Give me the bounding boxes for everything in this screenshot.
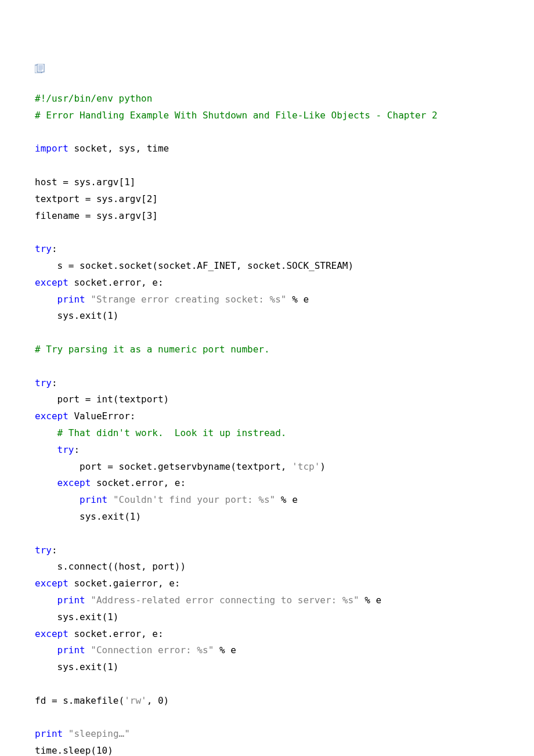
code-token <box>35 595 57 606</box>
code-token: "Connection error: %s" <box>91 645 214 656</box>
code-token: filename = sys.argv[3] <box>35 210 158 221</box>
code-token: sys.exit(1) <box>35 611 119 622</box>
code-token: ValueError: <box>68 411 136 422</box>
code-token: except <box>57 477 91 488</box>
code-token <box>107 494 113 505</box>
code-block: #!/usr/bin/env python # Error Handling E… <box>35 91 499 756</box>
code-token: s.connect((host, port)) <box>35 561 186 572</box>
code-token: sys.exit(1) <box>35 661 119 672</box>
code-token: # That didn't work. Look it up instread. <box>57 427 287 438</box>
code-token: "sleeping…" <box>68 728 130 739</box>
code-token: try <box>35 545 52 556</box>
code-token: % e <box>214 645 236 656</box>
code-token: socket.gaierror, e: <box>68 578 181 589</box>
icon-row <box>35 64 499 73</box>
code-token: : <box>74 444 80 455</box>
code-token: % e <box>275 494 298 505</box>
code-token: # Try parsing it as a numeric port numbe… <box>35 344 270 355</box>
code-token: sys.exit(1) <box>35 511 141 522</box>
code-token <box>63 728 68 739</box>
code-token: sys.exit(1) <box>35 310 119 321</box>
code-token: except <box>35 628 68 639</box>
code-token <box>85 595 91 606</box>
code-token: try <box>57 444 74 455</box>
code-token: print <box>35 728 63 739</box>
code-token: socket.error, e: <box>91 477 186 488</box>
copy-stack-icon <box>35 64 499 73</box>
code-token <box>35 477 57 488</box>
code-token: : <box>52 377 57 388</box>
code-token: #!/usr/bin/env python <box>35 93 152 104</box>
code-token <box>85 645 91 656</box>
code-token: port = int(textport) <box>35 394 169 405</box>
code-token: print <box>80 494 107 505</box>
code-token: socket.error, e: <box>68 628 164 639</box>
code-token <box>85 294 91 305</box>
code-token: textport = sys.argv[2] <box>35 193 158 204</box>
code-token: : <box>52 243 57 254</box>
code-token: print <box>57 645 85 656</box>
document-page: #!/usr/bin/env python # Error Handling E… <box>0 0 534 756</box>
code-token: fd = s.makefile( <box>35 695 124 706</box>
code-token: "Couldn't find your port: %s" <box>113 494 275 505</box>
code-token: port = socket.getservbyname(textport, <box>35 461 292 472</box>
code-token <box>35 494 80 505</box>
code-token <box>35 444 57 455</box>
code-token: 'rw' <box>124 695 147 706</box>
code-token: 'tcp' <box>292 461 320 472</box>
code-token: "Strange error creating socket: %s" <box>91 294 286 305</box>
code-token <box>35 294 57 305</box>
code-token: % e <box>287 294 309 305</box>
code-token <box>35 427 57 438</box>
code-token: # Error Handling Example With Shutdown a… <box>35 110 438 121</box>
code-token: , 0) <box>147 695 169 706</box>
code-token: except <box>35 277 68 288</box>
code-token: : <box>52 545 57 556</box>
code-token: print <box>57 595 85 606</box>
code-token: except <box>35 578 68 589</box>
code-token: socket, sys, time <box>68 143 169 154</box>
code-token: try <box>35 377 52 388</box>
code-token: host = sys.argv[1] <box>35 177 135 188</box>
code-token: print <box>57 294 85 305</box>
code-token: import <box>35 143 68 154</box>
code-token: except <box>35 411 68 422</box>
code-token: time.sleep(10) <box>35 745 113 756</box>
code-token: try <box>35 243 52 254</box>
code-token: % e <box>359 595 382 606</box>
code-token <box>35 645 57 656</box>
code-token: socket.error, e: <box>68 277 164 288</box>
code-token: ) <box>320 461 326 472</box>
code-token: "Address-related error connecting to ser… <box>91 595 359 606</box>
code-token: s = socket.socket(socket.AF_INET, socket… <box>35 260 353 271</box>
